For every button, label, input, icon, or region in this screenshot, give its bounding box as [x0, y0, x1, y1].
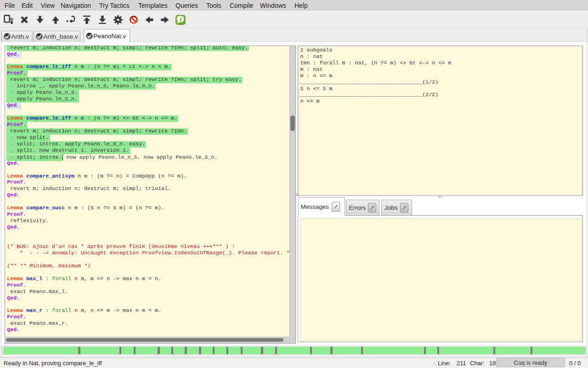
svg-text:i: i [180, 16, 181, 23]
